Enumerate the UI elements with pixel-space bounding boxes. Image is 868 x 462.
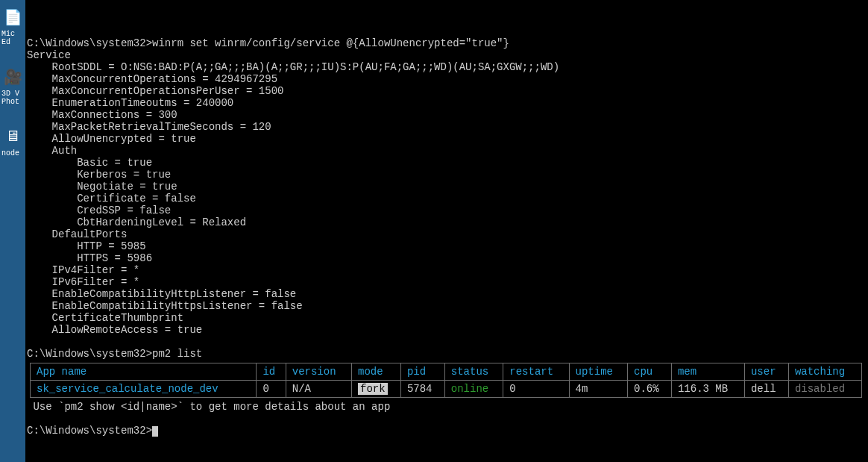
cell-id: 0 — [257, 381, 286, 398]
cell-cpu: 0.6% — [628, 381, 672, 398]
cell-restart: 0 — [503, 381, 569, 398]
col-id: id — [257, 363, 286, 381]
col-status: status — [444, 363, 503, 381]
col-pid: pid — [400, 363, 444, 381]
col-mem: mem — [671, 363, 744, 381]
col-mode: mode — [352, 363, 401, 381]
terminal-command: C:\Windows\system32>pm2 list — [27, 348, 202, 360]
desktop-icon-label: node — [0, 149, 25, 157]
desktop-icon-label: 3D V Phot — [0, 90, 25, 106]
desktop-icon-node[interactable]: 🖥 node — [0, 122, 25, 157]
pm2-table: App name id version mode pid status rest… — [30, 363, 862, 398]
terminal-prompt: C:\Windows\system32> — [27, 425, 152, 437]
pm2-row: sk_service_calculate_node_dev 0 N/A fork… — [31, 381, 862, 398]
mode-badge: fork — [358, 383, 388, 395]
cell-mem: 116.3 MB — [671, 381, 744, 398]
document-icon: 📄 — [1, 6, 24, 28]
cell-pid: 5784 — [400, 381, 444, 398]
cell-mode: fork — [352, 381, 401, 398]
camera-icon: 🎥 — [1, 66, 24, 88]
col-app-name: App name — [31, 363, 257, 381]
pm2-hint: Use `pm2 show <id|name>` to get more det… — [27, 401, 390, 413]
cell-app-name: sk_service_calculate_node_dev — [31, 381, 257, 398]
desktop-icon-label: Mic Ed — [0, 30, 25, 46]
cell-version: N/A — [286, 381, 351, 398]
col-watching: watching — [788, 363, 861, 381]
col-user: user — [744, 363, 788, 381]
cell-watching: disabled — [788, 381, 861, 398]
terminal-command: C:\Windows\system32>winrm set winrm/conf… — [27, 37, 509, 49]
col-uptime: uptime — [569, 363, 627, 381]
cursor — [152, 426, 158, 437]
col-cpu: cpu — [628, 363, 672, 381]
desktop-strip: 📄 Mic Ed 🎥 3D V Phot 🖥 node — [0, 0, 25, 462]
desktop-icon-3d[interactable]: 🎥 3D V Phot — [0, 63, 25, 106]
cell-uptime: 4m — [569, 381, 627, 398]
server-icon: 🖥 — [1, 125, 24, 148]
col-version: version — [286, 363, 351, 381]
cell-user: dell — [744, 381, 788, 398]
terminal-window[interactable]: C:\Windows\system32>winrm set winrm/conf… — [25, 0, 868, 462]
pm2-header-row: App name id version mode pid status rest… — [31, 363, 862, 381]
desktop-icon-edge[interactable]: 📄 Mic Ed — [0, 3, 25, 46]
terminal-output: Service RootSDDL = O:NSG:BAD:P(A;;GA;;;B… — [27, 49, 559, 336]
terminal-content: C:\Windows\system32>winrm set winrm/conf… — [25, 24, 868, 437]
cell-status: online — [444, 381, 503, 398]
col-restart: restart — [503, 363, 569, 381]
